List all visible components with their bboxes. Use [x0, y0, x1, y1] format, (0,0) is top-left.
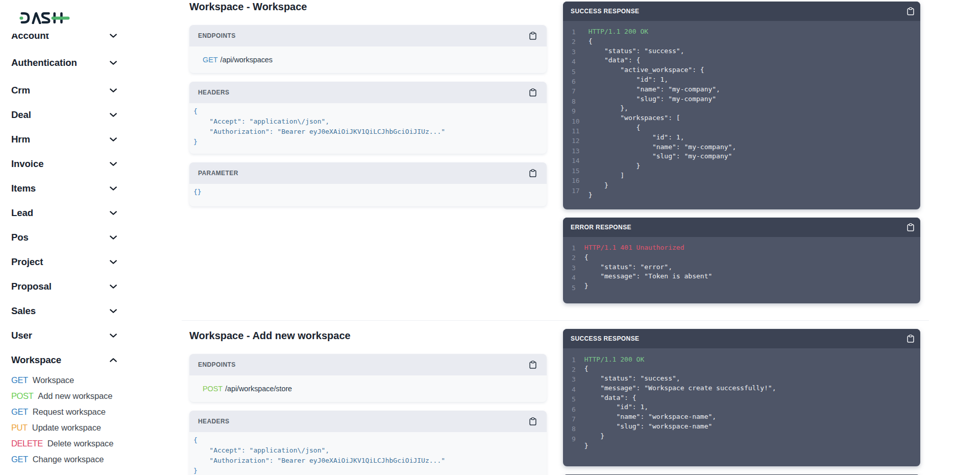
- sidebar-item-label: Sales: [11, 305, 36, 317]
- sidebar-subitem-request-workspace[interactable]: GETRequest workspace: [0, 404, 182, 420]
- sidebar-item-deal[interactable]: Deal: [0, 103, 182, 127]
- line-numbers: 1 2 3 4 5 6 7 8 9: [572, 355, 576, 444]
- sidebar-menu: AccountAuthenticationCrmDealHrmInvoiceIt…: [0, 23, 182, 467]
- chevron-down-icon: [110, 186, 117, 191]
- chevron-down-icon: [110, 284, 117, 289]
- clipboard-copy-icon: [529, 32, 536, 40]
- copy-success-response-button[interactable]: [907, 335, 914, 343]
- json-body: { "status": "error", "message": "Token i…: [584, 253, 712, 290]
- sidebar-item-authentication[interactable]: Authentication: [0, 51, 182, 75]
- sidebar-item-pos[interactable]: Pos: [0, 225, 182, 250]
- sidebar-item-user[interactable]: User: [0, 323, 182, 348]
- success-response-panel: SUCCESS RESPONSE1 2 3 4 5 6 7 8 9HTTP/1.…: [563, 329, 920, 466]
- line-numbers: 1 2 3 4 5: [572, 243, 576, 293]
- json-body: { "status": "success", "message": "Works…: [584, 365, 776, 449]
- logo[interactable]: [0, 0, 182, 34]
- sidebar-item-label: Items: [11, 183, 36, 194]
- sidebar-subitem-delete-workspace[interactable]: DELETEDelete workspace: [0, 436, 182, 452]
- copy-headers-button[interactable]: [529, 417, 536, 425]
- sidebar-subitem-add-new-workspace[interactable]: POSTAdd new workspace: [0, 388, 182, 404]
- sidebar-item-label: Crm: [11, 85, 30, 96]
- success-response-code: HTTP/1.1 200 OK { "status": "success", "…: [576, 355, 776, 451]
- http-method-badge: GET: [11, 455, 28, 464]
- request-column: Workspace - WorkspaceENDPOINTSGET/api/wo…: [189, 0, 547, 215]
- endpoints-card: ENDPOINTSPOST/api/workspace/store: [189, 354, 547, 402]
- sidebar-item-proposal[interactable]: Proposal: [0, 274, 182, 299]
- http-method-badge: PUT: [11, 423, 28, 433]
- response-column: SUCCESS RESPONSE1 2 3 4 5 6 7 8 9HTTP/1.…: [563, 329, 920, 475]
- sidebar-subitem-update-workspace[interactable]: PUTUpdate workspace: [0, 420, 182, 436]
- endpoints-card-title: ENDPOINTS: [198, 361, 236, 368]
- success-response-title: SUCCESS RESPONSE: [571, 8, 639, 15]
- parameter-code: {}: [189, 184, 547, 206]
- code-block: 1 2 3 4 5 6 7 8 9HTTP/1.1 200 OK { "stat…: [563, 348, 920, 450]
- sidebar-submenu-workspace: GETWorkspacePOSTAdd new workspaceGETRequ…: [0, 372, 182, 467]
- sidebar-item-crm[interactable]: Crm: [0, 78, 182, 103]
- doc-section: Workspace - Add new workspaceENDPOINTSPO…: [182, 328, 929, 475]
- section-title: Workspace - Workspace: [189, 0, 547, 14]
- headers-card: HEADERS{ "Accept": "application\/json", …: [189, 82, 547, 154]
- sidebar-item-sales[interactable]: Sales: [0, 299, 182, 323]
- sidebar-item-label: Lead: [11, 207, 33, 219]
- sidebar-item-label: User: [11, 330, 32, 341]
- parameter-card-header: PARAMETER: [189, 162, 547, 184]
- chevron-down-icon: [110, 137, 117, 141]
- sidebar-subitem-label: Request workspace: [33, 407, 106, 417]
- chevron-down-icon: [110, 34, 117, 38]
- sidebar-item-label: Pos: [11, 232, 29, 243]
- chevron-down-icon: [110, 309, 117, 313]
- endpoint-path: /api/workspace/store: [225, 385, 292, 393]
- chevron-down-icon: [110, 211, 117, 215]
- status-line: HTTP/1.1 200 OK: [589, 28, 648, 35]
- request-column: Workspace - Add new workspaceENDPOINTSPO…: [189, 328, 547, 475]
- sidebar-item-lead[interactable]: Lead: [0, 201, 182, 225]
- copy-endpoints-button[interactable]: [529, 361, 536, 369]
- success-response-title: SUCCESS RESPONSE: [571, 335, 639, 342]
- sidebar-item-label: Workspace: [11, 354, 61, 366]
- dash-logo-icon: [19, 12, 70, 24]
- doc-section: Workspace - WorkspaceENDPOINTSGET/api/wo…: [182, 0, 929, 312]
- sidebar-item-label: Hrm: [11, 134, 30, 145]
- sidebar-subitem-workspace[interactable]: GETWorkspace: [0, 372, 182, 388]
- copy-endpoints-button[interactable]: [529, 32, 536, 40]
- clipboard-copy-icon: [529, 361, 536, 369]
- copy-success-response-button[interactable]: [907, 7, 914, 15]
- main-content: Workspace - WorkspaceENDPOINTSGET/api/wo…: [182, 0, 929, 475]
- copy-headers-button[interactable]: [529, 88, 536, 97]
- chevron-down-icon: [110, 61, 117, 65]
- copy-error-response-button[interactable]: [907, 223, 914, 231]
- clipboard-copy-icon: [529, 417, 536, 425]
- chevron-down-icon: [110, 235, 117, 240]
- sidebar-subitem-change-workspace[interactable]: GETChange workspace: [0, 452, 182, 467]
- endpoints-card-header: ENDPOINTS: [189, 25, 547, 46]
- status-line: HTTP/1.1 401 Unauthorized: [584, 244, 684, 251]
- chevron-down-icon: [110, 334, 117, 338]
- endpoints-card-header: ENDPOINTS: [189, 354, 547, 375]
- endpoint-path: /api/workspaces: [220, 56, 273, 64]
- sidebar-item-project[interactable]: Project: [0, 250, 182, 274]
- http-method-badge: GET: [11, 375, 28, 385]
- sidebar-subitem-label: Update workspace: [32, 423, 101, 433]
- copy-parameter-button[interactable]: [529, 169, 536, 177]
- sidebar-subitem-label: Add new workspace: [38, 391, 112, 401]
- sidebar-item-workspace[interactable]: Workspace: [0, 348, 182, 372]
- sidebar-item-label: Proposal: [11, 281, 52, 292]
- http-method-badge: GET: [11, 407, 28, 417]
- error-response-panel: ERROR RESPONSE1 2 3 4 5HTTP/1.1 401 Unau…: [563, 218, 920, 303]
- section-divider: [182, 320, 929, 321]
- clipboard-copy-icon: [907, 7, 914, 15]
- parameter-card-title: PARAMETER: [198, 170, 238, 177]
- clipboard-copy-icon: [907, 223, 914, 231]
- sidebar-item-invoice[interactable]: Invoice: [0, 152, 182, 176]
- error-response-code: HTTP/1.1 401 Unauthorized { "status": "e…: [576, 243, 712, 291]
- success-response-panel: SUCCESS RESPONSE1 2 3 4 5 6 7 8 9 10 11 …: [563, 2, 920, 209]
- sidebar-item-items[interactable]: Items: [0, 176, 182, 201]
- parameter-card: PARAMETER{}: [189, 162, 547, 206]
- success-response-header: SUCCESS RESPONSE: [563, 2, 920, 21]
- headers-card-title: HEADERS: [198, 418, 229, 425]
- sidebar-item-label: Deal: [11, 109, 31, 121]
- response-column: SUCCESS RESPONSE1 2 3 4 5 6 7 8 9 10 11 …: [563, 2, 920, 312]
- endpoints-card: ENDPOINTSGET/api/workspaces: [189, 25, 547, 73]
- sidebar-item-hrm[interactable]: Hrm: [0, 127, 182, 152]
- sidebar: AccountAuthenticationCrmDealHrmInvoiceIt…: [0, 0, 182, 475]
